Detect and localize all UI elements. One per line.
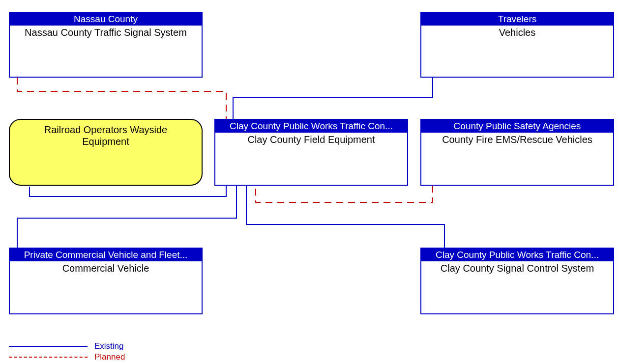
connector-travelers-clay-existing (233, 78, 433, 119)
node-county-safety-body: County Fire EMS/Rescue Vehicles (421, 133, 613, 145)
node-clay-signal-header: Clay County Public Works Traffic Con... (421, 249, 613, 261)
node-railroad-body-line1: Railroad Operators Wayside (44, 124, 167, 135)
node-commercial-body: Commercial Vehicle (10, 261, 202, 274)
connector-clay-signal-existing (246, 186, 444, 248)
node-nassau[interactable]: Nassau County Nassau County Traffic Sign… (9, 12, 203, 78)
legend-existing-line (9, 346, 88, 347)
node-travelers-header: Travelers (421, 13, 613, 26)
node-commercial[interactable]: Private Commercial Vehicle and Fleet... … (9, 248, 203, 314)
legend: Existing Planned (9, 341, 125, 363)
node-clay-center[interactable]: Clay County Public Works Traffic Con... … (214, 119, 408, 186)
node-clay-signal-body: Clay County Signal Control System (421, 261, 613, 274)
node-clay-signal[interactable]: Clay County Public Works Traffic Con... … (420, 248, 614, 314)
node-railroad-body: Railroad Operators Wayside Equipment (10, 120, 202, 147)
node-railroad[interactable]: Railroad Operators Wayside Equipment (9, 119, 203, 186)
legend-planned-label: Planned (94, 352, 125, 362)
node-travelers-body: Vehicles (421, 26, 613, 38)
node-county-safety[interactable]: County Public Safety Agencies County Fir… (420, 119, 614, 186)
connector-safety-clay-planned (256, 186, 433, 202)
node-county-safety-header: County Public Safety Agencies (421, 120, 613, 133)
connector-railroad-clay-existing (30, 186, 226, 196)
node-commercial-header: Private Commercial Vehicle and Fleet... (10, 249, 202, 261)
connector-clay-commercial-existing (17, 186, 236, 248)
legend-existing-label: Existing (94, 341, 124, 351)
node-clay-center-header: Clay County Public Works Traffic Con... (215, 120, 407, 133)
node-travelers[interactable]: Travelers Vehicles (420, 12, 614, 78)
legend-planned-row: Planned (9, 352, 125, 363)
legend-existing-row: Existing (9, 341, 125, 352)
node-nassau-body: Nassau County Traffic Signal System (10, 26, 202, 38)
legend-planned-line (9, 357, 88, 358)
node-railroad-body-line2: Equipment (82, 136, 129, 147)
connector-nassau-clay-planned (17, 78, 226, 119)
node-nassau-header: Nassau County (10, 13, 202, 26)
node-clay-center-body: Clay County Field Equipment (215, 133, 407, 145)
